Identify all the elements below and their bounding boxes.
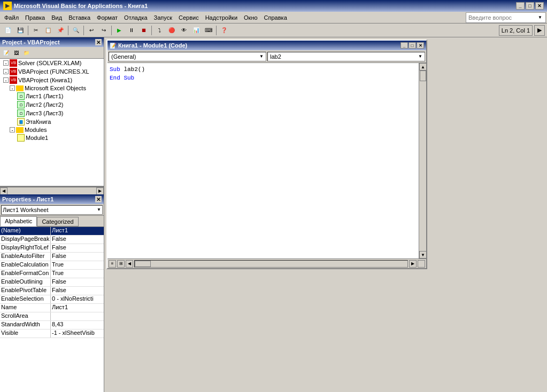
toolbar-cut-icon[interactable]: ✂ xyxy=(30,25,42,36)
project-toggle-folders[interactable]: 📁 xyxy=(21,48,31,58)
project-panel-close[interactable]: ✕ xyxy=(95,39,102,45)
props-row-enablecalculation[interactable]: EnableCalculation True xyxy=(0,261,104,270)
props-row-enableformatcon[interactable]: EnableFormatCon True xyxy=(0,270,104,278)
toolbar-locals-icon[interactable]: 📊 xyxy=(190,25,202,36)
props-row-enablepivottable[interactable]: EnablePivotTable False xyxy=(0,287,104,295)
code-view-btn-1[interactable]: ≡ xyxy=(109,260,116,268)
code-scroll-up[interactable]: ▲ xyxy=(419,63,426,70)
modules-expand-icon[interactable]: - xyxy=(10,127,15,132)
code-scrollbar-v[interactable]: ▲ ▼ xyxy=(419,63,426,258)
code-h-scroll-right[interactable]: ▶ xyxy=(409,260,417,268)
funcres-expand-icon[interactable]: - xyxy=(3,69,9,74)
project-scroll-right[interactable]: ▶ xyxy=(96,187,104,195)
project-scroll-left[interactable]: ◀ xyxy=(0,187,7,195)
tree-item-list2[interactable]: 🗒 Лист2 (Лист2) xyxy=(0,100,104,109)
toolbar-pause-icon[interactable]: ⏸ xyxy=(126,25,137,36)
menu-insert[interactable]: Вставка xyxy=(65,12,94,23)
menu-debug[interactable]: Отладка xyxy=(121,12,150,23)
msexcel-expand-icon[interactable]: - xyxy=(10,85,15,91)
props-enableautofilter-label: EnableAutoFilter xyxy=(0,253,51,261)
code-editor[interactable]: Sub lab2() End Sub xyxy=(107,63,419,258)
menu-format[interactable]: Формат xyxy=(94,12,121,23)
maximize-button[interactable]: □ xyxy=(526,2,534,10)
props-row-displaypagebreak[interactable]: DisplayPageBreak False xyxy=(0,236,104,244)
properties-object-dropdown[interactable]: Лист1 Worksheet ▼ xyxy=(1,205,103,215)
right-area: 📝 Книга1 - Module1 (Code) _ □ ✕ (General… xyxy=(104,37,547,392)
code-scroll-thumb[interactable] xyxy=(420,70,426,81)
code-h-scroll-left[interactable]: ◀ xyxy=(126,260,133,268)
msexcel-label: Microsoft Excel Objects xyxy=(25,85,86,91)
tab-alphabetic[interactable]: Alphabetic xyxy=(0,216,37,226)
toolbar-undo-icon[interactable]: ↩ xyxy=(86,25,97,36)
props-row-namerow[interactable]: Name Лист1 xyxy=(0,304,104,312)
project-scrollbar-track[interactable] xyxy=(7,189,96,194)
props-row-name[interactable]: (Name) Лист1 xyxy=(0,227,104,236)
props-row-displayrighttolef[interactable]: DisplayRightToLef False xyxy=(0,244,104,253)
left-panel: Project - VBAProject ✕ 📝 🖼 📁 - VB Solver… xyxy=(0,37,104,392)
toolbar-stop-icon[interactable]: ⏹ xyxy=(138,25,150,36)
props-row-enableoutlining[interactable]: EnableOutlining False xyxy=(0,278,104,287)
tree-item-solver[interactable]: - VB Solver (SOLVER.XLAM) xyxy=(0,59,104,67)
toolbar-paste-icon[interactable]: 📌 xyxy=(55,25,66,36)
project-view-code[interactable]: 📝 xyxy=(1,48,11,58)
toolbar-redo-icon[interactable]: ↪ xyxy=(98,25,110,36)
menu-run[interactable]: Запуск xyxy=(151,12,175,23)
code-scroll-down[interactable]: ▼ xyxy=(419,251,426,258)
help-search-box[interactable]: ▼ xyxy=(466,12,546,23)
toolbar-immediate-icon[interactable]: ⌨ xyxy=(203,25,214,36)
toolbar-watch-icon[interactable]: 👁 xyxy=(178,25,190,36)
code-scroll-track[interactable] xyxy=(419,70,426,251)
toolbar-breakpoint-icon[interactable]: 🔴 xyxy=(166,25,178,36)
props-row-visible[interactable]: Visible -1 - xlSheetVisib xyxy=(0,330,104,338)
menu-file[interactable]: Файл xyxy=(1,12,22,23)
menu-addins[interactable]: Надстройки xyxy=(202,12,241,23)
toolbar-file-icon[interactable]: 📄 xyxy=(2,25,14,36)
minimize-button[interactable]: _ xyxy=(516,2,525,10)
props-row-enableselection[interactable]: EnableSelection 0 - xlNoRestricti xyxy=(0,295,104,304)
code-close-btn[interactable]: ✕ xyxy=(417,42,424,49)
code-maximize-btn[interactable]: □ xyxy=(409,42,416,49)
menu-edit[interactable]: Правка xyxy=(22,12,48,23)
project-scrollbar-h[interactable]: ◀ ▶ xyxy=(0,187,104,194)
properties-panel-close[interactable]: ✕ xyxy=(95,196,102,202)
code-minimize-btn[interactable]: _ xyxy=(400,42,408,49)
tree-item-modules[interactable]: - Modules xyxy=(0,126,104,134)
toolbar-sep1 xyxy=(28,26,28,35)
code-line-1: Sub lab2() xyxy=(110,65,417,74)
props-row-standardwidth[interactable]: StandardWidth 8,43 xyxy=(0,321,104,330)
menu-bar: Файл Правка Вид Вставка Формат Отладка З… xyxy=(0,12,547,23)
toolbar-save-icon[interactable]: 💾 xyxy=(14,25,26,36)
code-view-btn-2[interactable]: ⊞ xyxy=(117,260,125,268)
tree-item-module1[interactable]: Module1 xyxy=(0,134,104,142)
code-scrollbar-h[interactable] xyxy=(134,260,408,268)
tree-item-kniga[interactable]: - VB VBAProject (Книга1) xyxy=(0,76,104,84)
code-object-dropdown[interactable]: (General) ▼ xyxy=(109,52,266,61)
tree-item-funcres[interactable]: - VB VBAProject (FUNCRES.XL xyxy=(0,67,104,76)
props-displaypagebreak-label: DisplayPageBreak xyxy=(0,236,51,244)
props-row-enableautofilter[interactable]: EnableAutoFilter False xyxy=(0,253,104,261)
tree-item-list1[interactable]: 🗒 Лист1 (Лист1) xyxy=(0,92,104,100)
kniga-expand-icon[interactable]: - xyxy=(3,77,9,83)
toolbar-find-icon[interactable]: 🔍 xyxy=(70,25,82,36)
toolbar-run-icon[interactable]: ▶ xyxy=(113,25,125,36)
toolbar-step-icon[interactable]: ⤵ xyxy=(153,25,165,36)
tree-item-etakniga[interactable]: 📘 ЭтаКнига xyxy=(0,117,104,126)
menu-window[interactable]: Окно xyxy=(241,12,261,23)
tab-categorized[interactable]: Categorized xyxy=(37,217,78,226)
project-view-object[interactable]: 🖼 xyxy=(11,48,21,58)
toolbar-scroll-right[interactable]: ▶ xyxy=(534,25,545,36)
code-line-3: End Sub xyxy=(110,74,417,82)
help-dropdown-arrow[interactable]: ▼ xyxy=(538,15,542,20)
menu-tools[interactable]: Сервис xyxy=(175,12,202,23)
menu-help[interactable]: Справка xyxy=(261,12,290,23)
close-button[interactable]: ✕ xyxy=(535,2,544,10)
props-row-scrollarea[interactable]: ScrollArea xyxy=(0,312,104,321)
help-search-input[interactable] xyxy=(468,14,538,21)
tree-item-list3[interactable]: 🗒 Лист3 (Лист3) xyxy=(0,109,104,117)
code-proc-dropdown[interactable]: lab2 ▼ xyxy=(267,52,425,61)
tree-item-msexcel[interactable]: - Microsoft Excel Objects xyxy=(0,84,104,92)
toolbar-copy-icon[interactable]: 📋 xyxy=(42,25,54,36)
solver-expand-icon[interactable]: - xyxy=(3,60,9,66)
toolbar-help-btn-icon[interactable]: ❓ xyxy=(218,25,230,36)
menu-view[interactable]: Вид xyxy=(48,12,65,23)
